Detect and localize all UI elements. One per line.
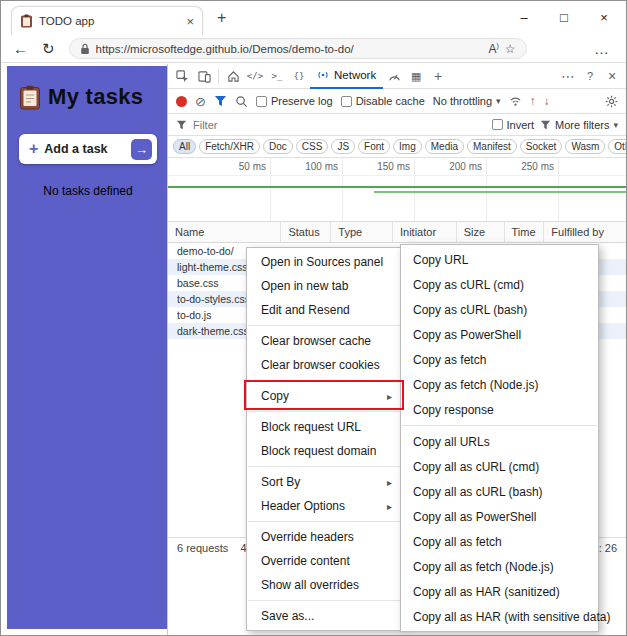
tab-close-icon[interactable]: ×: [186, 14, 194, 29]
welcome-home-icon[interactable]: [222, 65, 244, 87]
minimize-button[interactable]: –: [504, 3, 544, 31]
more-filters-label: More filters: [555, 119, 609, 131]
application-panel-icon[interactable]: ▦: [405, 65, 427, 87]
invert-checkbox[interactable]: [492, 119, 503, 130]
search-icon[interactable]: [235, 95, 248, 108]
submenu-item-copy-as-curl-cmd[interactable]: Copy as cURL (cmd): [401, 272, 598, 297]
gridline: [414, 158, 415, 221]
filter-funnel-icon: [176, 120, 187, 130]
maximize-button[interactable]: □: [544, 3, 584, 31]
close-button[interactable]: ×: [584, 3, 624, 31]
menu-item-clear-browser-cookies[interactable]: Clear browser cookies: [247, 353, 401, 377]
refresh-button[interactable]: ↻: [42, 40, 55, 58]
filter-pill-doc[interactable]: Doc: [263, 139, 293, 154]
new-tab-button[interactable]: +: [217, 9, 226, 27]
export-har-icon[interactable]: ↓: [544, 94, 550, 108]
submenu-arrow-icon: ▸: [387, 501, 392, 512]
read-aloud-icon[interactable]: A): [488, 42, 498, 56]
menu-item-override-headers[interactable]: Override headers: [247, 525, 401, 549]
record-network-log-icon[interactable]: [176, 96, 187, 107]
sources-panel-icon[interactable]: {}: [288, 65, 310, 87]
submenu-item-copy-as-curl-bash[interactable]: Copy as cURL (bash): [401, 297, 598, 322]
menu-item-block-request-domain[interactable]: Block request domain: [247, 439, 401, 463]
submenu-item-copy-all-as-fetch[interactable]: Copy all as fetch: [401, 529, 598, 554]
back-button[interactable]: ←: [13, 40, 28, 57]
column-header-name[interactable]: Name: [168, 222, 281, 242]
preserve-log-checkbox[interactable]: [256, 96, 267, 107]
throttling-value: No throttling: [433, 95, 492, 107]
waterfall-overview-bar: [168, 186, 626, 188]
filter-pill-socket[interactable]: Socket: [520, 139, 563, 154]
column-header-type[interactable]: Type: [331, 222, 393, 242]
add-task-button[interactable]: + Add a task →: [19, 134, 157, 164]
clear-network-log-icon[interactable]: ⊘: [195, 94, 206, 109]
filter-pill-wasm[interactable]: Wasm: [565, 139, 605, 154]
menu-item-sort-by[interactable]: Sort By ▸: [247, 470, 401, 494]
more-tabs-icon[interactable]: +: [427, 65, 449, 87]
more-filters-dropdown[interactable]: More filters ▾: [540, 119, 618, 131]
column-header-size[interactable]: Size: [457, 222, 505, 242]
menu-item-open-in-new-tab[interactable]: Open in new tab: [247, 274, 401, 298]
performance-panel-icon[interactable]: [383, 65, 405, 87]
column-header-time[interactable]: Time: [505, 222, 545, 242]
filter-pill-fetchxhr[interactable]: Fetch/XHR: [199, 139, 260, 154]
menu-item-edit-and-resend[interactable]: Edit and Resend: [247, 298, 401, 322]
inspect-icon[interactable]: [171, 65, 193, 87]
menu-item-clear-browser-cache[interactable]: Clear browser cache: [247, 329, 401, 353]
requests-table-header: Name Status Type Initiator Size Time Ful…: [168, 222, 626, 243]
invert-toggle[interactable]: Invert: [492, 119, 535, 131]
submenu-item-copy-all-as-powershell[interactable]: Copy all as PowerShell: [401, 504, 598, 529]
console-panel-icon[interactable]: >_: [266, 65, 288, 87]
menu-item-override-content[interactable]: Override content: [247, 549, 401, 573]
column-header-status[interactable]: Status: [281, 222, 331, 242]
filter-pill-media[interactable]: Media: [425, 139, 464, 154]
submenu-item-copy-all-as-curl-bash[interactable]: Copy all as cURL (bash): [401, 479, 598, 504]
filter-pill-font[interactable]: Font: [358, 139, 390, 154]
filter-pill-img[interactable]: Img: [393, 139, 422, 154]
disable-cache-checkbox[interactable]: [341, 96, 352, 107]
submenu-item-copy-all-as-fetch-nodejs[interactable]: Copy all as fetch (Node.js): [401, 554, 598, 579]
network-settings-gear-icon[interactable]: [605, 95, 618, 108]
submenu-item-copy-all-as-har-sensitive[interactable]: Copy all as HAR (with sensitive data): [401, 604, 598, 629]
import-har-icon[interactable]: ↑: [530, 94, 536, 108]
browser-tab[interactable]: TODO app ×: [11, 6, 203, 35]
filter-pill-css[interactable]: CSS: [296, 139, 329, 154]
menu-item-header-options[interactable]: Header Options ▸: [247, 494, 401, 518]
close-devtools-icon[interactable]: ×: [601, 65, 623, 87]
submenu-item-copy-url[interactable]: Copy URL: [401, 247, 598, 272]
menu-item-save-as[interactable]: Save as...: [247, 604, 401, 628]
network-conditions-icon[interactable]: [509, 95, 522, 107]
settings-menu-icon[interactable]: …: [594, 40, 610, 57]
submenu-item-copy-all-urls[interactable]: Copy all URLs: [401, 429, 598, 454]
filter-pill-js[interactable]: JS: [331, 139, 355, 154]
filter-input[interactable]: Filter: [193, 119, 217, 131]
disable-cache-toggle[interactable]: Disable cache: [341, 95, 425, 107]
column-header-initiator[interactable]: Initiator: [393, 222, 457, 242]
device-toolbar-icon[interactable]: [193, 65, 215, 87]
filter-toggle-icon[interactable]: [214, 95, 227, 107]
submenu-item-copy-as-fetch-nodejs[interactable]: Copy as fetch (Node.js): [401, 372, 598, 397]
tab-network[interactable]: Network: [310, 64, 383, 89]
menu-item-open-in-sources[interactable]: Open in Sources panel: [247, 250, 401, 274]
menu-item-block-request-url[interactable]: Block request URL: [247, 415, 401, 439]
submenu-item-copy-as-fetch[interactable]: Copy as fetch: [401, 347, 598, 372]
submenu-item-copy-response[interactable]: Copy response: [401, 397, 598, 422]
favorites-star-icon[interactable]: ☆: [505, 42, 516, 56]
column-header-fulfilled-by[interactable]: Fulfilled by: [544, 222, 626, 242]
preserve-log-toggle[interactable]: Preserve log: [256, 95, 333, 107]
filter-pill-all[interactable]: All: [173, 139, 196, 154]
help-icon[interactable]: ?: [579, 65, 601, 87]
filter-pill-other[interactable]: Other: [608, 139, 627, 154]
throttling-dropdown[interactable]: No throttling ▾: [433, 95, 501, 107]
more-filters-funnel-icon: [540, 120, 551, 130]
submenu-item-copy-as-powershell[interactable]: Copy as PowerShell: [401, 322, 598, 347]
elements-panel-icon[interactable]: </>: [244, 65, 266, 87]
address-bar[interactable]: https://microsoftedge.github.io/Demos/de…: [69, 38, 527, 59]
menu-item-copy[interactable]: Copy ▸: [247, 384, 401, 408]
chevron-down-icon: ▾: [496, 96, 501, 106]
submenu-item-copy-all-as-har-sanitized[interactable]: Copy all as HAR (sanitized): [401, 579, 598, 604]
filter-pill-manifest[interactable]: Manifest: [467, 139, 517, 154]
submenu-item-copy-all-as-curl-cmd[interactable]: Copy all as cURL (cmd): [401, 454, 598, 479]
customize-devtools-icon[interactable]: ⋯: [557, 65, 579, 87]
menu-item-show-all-overrides[interactable]: Show all overrides: [247, 573, 401, 597]
